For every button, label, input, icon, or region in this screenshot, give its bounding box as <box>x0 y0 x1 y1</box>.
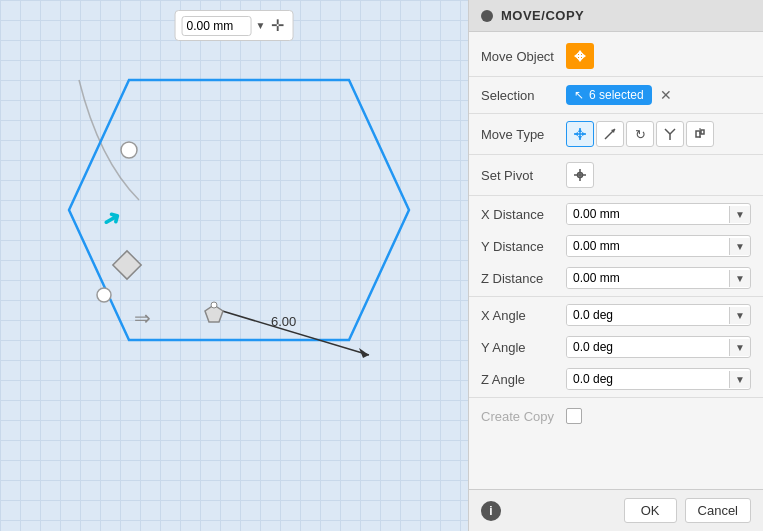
panel-footer: i OK Cancel <box>469 489 763 531</box>
canvas-area: ▼ ✛ 6.00 ➜ ⇒ <box>0 0 468 531</box>
divider-3 <box>469 154 763 155</box>
svg-rect-24 <box>701 130 704 134</box>
y-distance-label: Y Distance <box>481 239 566 254</box>
selection-label: Selection <box>481 88 566 103</box>
move-object-icon[interactable] <box>566 43 594 69</box>
x-angle-row: X Angle ▼ <box>469 299 763 331</box>
set-pivot-row: Set Pivot <box>469 157 763 193</box>
info-button[interactable]: i <box>481 501 501 521</box>
svg-point-4 <box>121 142 137 158</box>
panel-header-dot <box>481 10 493 22</box>
svg-text:⇒: ⇒ <box>134 307 151 329</box>
svg-text:➜: ➜ <box>97 204 125 235</box>
svg-point-10 <box>211 302 217 308</box>
y-angle-dropdown-icon[interactable]: ▼ <box>729 339 750 356</box>
svg-marker-16 <box>582 132 586 136</box>
move-type-control: ↻ <box>566 121 751 147</box>
z-distance-dropdown-icon[interactable]: ▼ <box>729 270 750 287</box>
y-angle-control: ▼ <box>566 336 751 358</box>
divider-5 <box>469 296 763 297</box>
x-angle-label: X Angle <box>481 308 566 323</box>
x-distance-label: X Distance <box>481 207 566 222</box>
svg-line-19 <box>665 129 670 134</box>
create-copy-row: Create Copy <box>469 400 763 432</box>
svg-line-20 <box>670 129 675 134</box>
footer-buttons: OK Cancel <box>624 498 751 523</box>
cancel-button[interactable]: Cancel <box>685 498 751 523</box>
svg-marker-13 <box>578 128 582 132</box>
move-type-align-btn[interactable] <box>686 121 714 147</box>
create-copy-checkbox[interactable] <box>566 408 582 424</box>
z-distance-input-wrap: ▼ <box>566 267 751 289</box>
move-type-label: Move Type <box>481 127 566 142</box>
create-copy-control <box>566 408 751 424</box>
x-angle-control: ▼ <box>566 304 751 326</box>
x-distance-row: X Distance ▼ <box>469 198 763 230</box>
y-angle-row: Y Angle ▼ <box>469 331 763 363</box>
panel-body: Move Object Selection ↖ 6 selected ✕ <box>469 32 763 489</box>
svg-marker-0 <box>69 80 409 340</box>
move-object-control <box>566 43 751 69</box>
x-distance-input[interactable] <box>567 204 729 224</box>
z-angle-label: Z Angle <box>481 372 566 387</box>
set-pivot-control <box>566 162 751 188</box>
svg-rect-6 <box>113 251 141 279</box>
set-pivot-btn[interactable] <box>566 162 594 188</box>
move-type-translate-btn[interactable] <box>566 121 594 147</box>
move-object-label: Move Object <box>481 49 566 64</box>
y-distance-row: Y Distance ▼ <box>469 230 763 262</box>
y-distance-input-wrap: ▼ <box>566 235 751 257</box>
svg-marker-15 <box>574 132 578 136</box>
y-distance-control: ▼ <box>566 235 751 257</box>
panel: MOVE/COPY Move Object Selection ↖ <box>468 0 763 531</box>
selection-control: ↖ 6 selected ✕ <box>566 85 751 105</box>
z-angle-row: Z Angle ▼ <box>469 363 763 395</box>
selection-row: Selection ↖ 6 selected ✕ <box>469 79 763 111</box>
svg-rect-23 <box>696 131 700 137</box>
ok-button[interactable]: OK <box>624 498 677 523</box>
divider-6 <box>469 397 763 398</box>
z-distance-row: Z Distance ▼ <box>469 262 763 294</box>
move-type-move-btn[interactable] <box>596 121 624 147</box>
y-angle-label: Y Angle <box>481 340 566 355</box>
z-angle-input-wrap: ▼ <box>566 368 751 390</box>
move-object-row: Move Object <box>469 38 763 74</box>
x-angle-input[interactable] <box>567 305 729 325</box>
selection-badge[interactable]: ↖ 6 selected <box>566 85 652 105</box>
panel-title: MOVE/COPY <box>501 8 584 23</box>
move-type-scale-btn[interactable] <box>656 121 684 147</box>
x-angle-input-wrap: ▼ <box>566 304 751 326</box>
cursor-icon: ↖ <box>574 88 584 102</box>
divider-1 <box>469 76 763 77</box>
move-type-rotate-btn[interactable]: ↻ <box>626 121 654 147</box>
canvas-svg: 6.00 ➜ ⇒ <box>0 0 468 531</box>
svg-text:6.00: 6.00 <box>271 314 296 329</box>
x-distance-input-wrap: ▼ <box>566 203 751 225</box>
create-copy-label: Create Copy <box>481 409 566 424</box>
x-angle-dropdown-icon[interactable]: ▼ <box>729 307 750 324</box>
divider-2 <box>469 113 763 114</box>
svg-point-7 <box>97 288 111 302</box>
z-distance-label: Z Distance <box>481 271 566 286</box>
y-distance-dropdown-icon[interactable]: ▼ <box>729 238 750 255</box>
y-angle-input[interactable] <box>567 337 729 357</box>
clear-selection-icon[interactable]: ✕ <box>660 87 672 103</box>
z-distance-input[interactable] <box>567 268 729 288</box>
x-distance-control: ▼ <box>566 203 751 225</box>
x-distance-dropdown-icon[interactable]: ▼ <box>729 206 750 223</box>
y-distance-input[interactable] <box>567 236 729 256</box>
selection-count: 6 selected <box>589 88 644 102</box>
panel-header: MOVE/COPY <box>469 0 763 32</box>
info-icon: i <box>489 504 492 518</box>
z-distance-control: ▼ <box>566 267 751 289</box>
z-angle-input[interactable] <box>567 369 729 389</box>
y-angle-input-wrap: ▼ <box>566 336 751 358</box>
z-angle-dropdown-icon[interactable]: ▼ <box>729 371 750 388</box>
set-pivot-label: Set Pivot <box>481 168 566 183</box>
move-type-row: Move Type <box>469 116 763 152</box>
z-angle-control: ▼ <box>566 368 751 390</box>
svg-marker-14 <box>578 136 582 140</box>
divider-4 <box>469 195 763 196</box>
